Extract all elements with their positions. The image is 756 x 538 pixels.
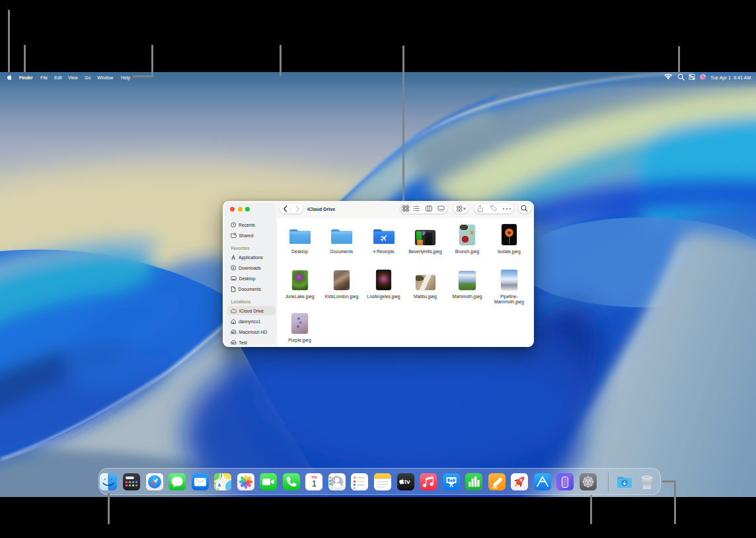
svg-text:tv: tv [404, 478, 410, 485]
